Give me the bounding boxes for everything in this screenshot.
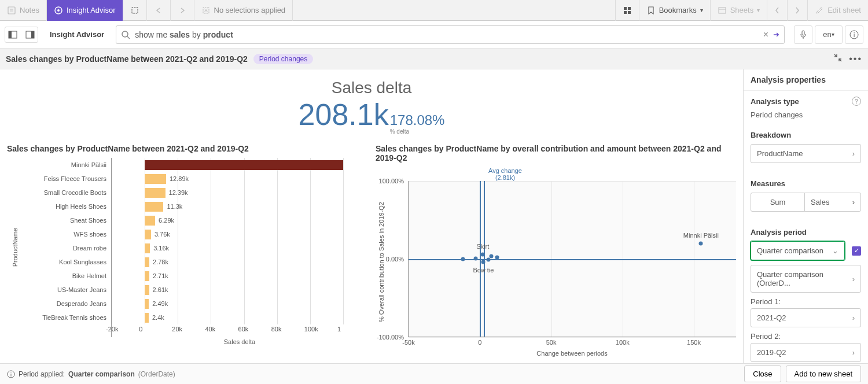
bar[interactable] [145, 285, 149, 295]
bar[interactable] [145, 299, 149, 309]
grid-button[interactable] [615, 0, 639, 21]
step-forward-button[interactable] [171, 0, 194, 21]
clear-icon [201, 6, 211, 15]
submit-search-button[interactable]: ➜ [773, 30, 779, 39]
analysis-type-badge: Period changes [253, 54, 313, 64]
chevron-right-icon: › [852, 313, 855, 322]
kpi-percent-label: % delta [390, 128, 409, 135]
bar[interactable] [145, 174, 166, 184]
scatter-y-tick: -100.00% [377, 334, 409, 341]
next-sheet-button[interactable] [787, 0, 807, 21]
breakdown-field[interactable]: ProductName › [751, 144, 861, 163]
sheets-button[interactable]: Sheets ▾ [710, 0, 767, 21]
add-to-sheet-button[interactable]: Add to new sheet [786, 365, 861, 382]
scatter-point[interactable] [699, 242, 703, 246]
scatter-point[interactable] [481, 252, 485, 256]
panel-toggle-left[interactable] [5, 27, 20, 42]
kpi-value: 208.1k [299, 97, 389, 132]
bookmark-icon [646, 6, 656, 15]
chevron-down-icon: ▾ [757, 7, 760, 13]
svg-rect-12 [628, 11, 631, 14]
scatter-point[interactable] [481, 260, 486, 264]
bar-value-label: 2.49k [152, 300, 168, 307]
more-options-button[interactable]: ••• [849, 54, 862, 64]
measures-heading: Measures [751, 179, 861, 188]
close-button[interactable]: Close [744, 365, 781, 382]
bar-category-label: Feiss Fleece Trousers [19, 172, 111, 186]
scatter-x-tick: 100k [616, 337, 630, 346]
measure-field[interactable]: Sales › [805, 193, 860, 211]
analysis-type-heading: Analysis type ? [751, 97, 861, 106]
selection-tool-icon [130, 6, 139, 15]
bookmarks-button[interactable]: Bookmarks ▾ [639, 0, 710, 21]
chevron-left-icon [774, 6, 780, 14]
bar[interactable] [145, 243, 150, 253]
scatter-point[interactable] [495, 256, 499, 260]
bar-category-label: High Heels Shoes [19, 200, 111, 213]
language-dropdown[interactable]: en ▾ [815, 25, 843, 44]
notes-button[interactable]: Notes [0, 0, 47, 21]
measure-selector: Sum Sales › [751, 193, 861, 212]
bar[interactable] [145, 202, 163, 212]
bar-x-tick: 80k [271, 326, 282, 333]
measure-agg[interactable]: Sum [751, 193, 805, 211]
prev-sheet-button[interactable] [767, 0, 787, 21]
minimize-button[interactable] [834, 54, 842, 64]
scatter-point[interactable] [473, 256, 477, 260]
scatter-y-tick: 100.00% [379, 178, 409, 184]
scatter-point[interactable] [461, 257, 465, 261]
bar-value-label: 12.89k [170, 175, 189, 182]
step-forward-icon [178, 6, 187, 15]
bar-category-label: WFS shoes [19, 227, 111, 241]
edit-sheet-button[interactable]: Edit sheet [807, 0, 868, 21]
bar-chart-x-axis-label: Sales delta [112, 338, 367, 345]
scatter-point[interactable] [489, 254, 493, 258]
voice-button[interactable] [794, 25, 812, 44]
help-icon[interactable]: ? [852, 97, 861, 106]
period-applied-field: (OrderDate) [138, 370, 175, 378]
bar[interactable] [145, 230, 151, 239]
svg-rect-16 [9, 31, 12, 38]
insight-advisor-label: Insight Advisor [67, 6, 116, 14]
period1-field[interactable]: 2021-Q2 › [751, 308, 861, 327]
svg-rect-11 [624, 11, 627, 14]
selection-tool-button[interactable] [123, 0, 147, 21]
bar-category-label: Dream robe [19, 241, 111, 255]
bar-chart-title: Sales changes by ProductName between 202… [7, 144, 367, 153]
scatter-point[interactable] [487, 258, 491, 262]
scatter-x-axis-label: Change between periods [408, 350, 736, 357]
svg-rect-5 [132, 8, 138, 13]
period-field[interactable]: Quarter comparison (OrderD... › [751, 265, 861, 293]
kpi-percent: 178.08% [390, 112, 445, 128]
scatter-x-tick: 0 [478, 337, 481, 346]
period-checkbox[interactable]: ✓ [852, 246, 861, 256]
bar-category-label: Small Crocodile Boots [19, 186, 111, 200]
clear-search-button[interactable]: × [763, 29, 768, 40]
notes-label: Notes [20, 6, 39, 14]
bar-category-label: US-Master Jeans [19, 283, 111, 297]
bar[interactable] [145, 188, 165, 198]
bar-category-label: Minnki Pälsii [19, 158, 111, 172]
search-box[interactable]: show me sales by product × ➜ [116, 25, 785, 44]
period-comparison-dropdown[interactable]: Quarter comparison ⌄ [751, 241, 845, 260]
help-button[interactable]: i [845, 25, 863, 44]
bar[interactable] [145, 257, 149, 267]
panel-toggle-right[interactable] [23, 27, 38, 42]
bar-value-label: 3.16k [153, 245, 169, 252]
clear-selections-button[interactable]: No selections applied [194, 0, 293, 21]
search-input[interactable]: show me sales by product [135, 30, 759, 39]
insight-advisor-tab[interactable]: Insight Advisor [47, 0, 123, 21]
bar-value-label: 2.78k [153, 259, 168, 265]
step-back-button[interactable] [147, 0, 171, 21]
bar-x-tick: -20k [106, 326, 118, 333]
bar-value-label: 3.76k [155, 231, 170, 238]
bar[interactable] [145, 271, 149, 281]
svg-line-20 [127, 36, 130, 39]
bar[interactable] [145, 313, 149, 323]
bar[interactable] [145, 216, 155, 226]
bar[interactable] [145, 160, 343, 170]
bar-category-label: Sheat Shoes [19, 213, 111, 227]
period2-field[interactable]: 2019-Q2 › [751, 343, 861, 362]
bar-x-tick: 1 [337, 326, 341, 333]
sub-toolbar: Insight Advisor show me sales by product… [0, 21, 868, 49]
